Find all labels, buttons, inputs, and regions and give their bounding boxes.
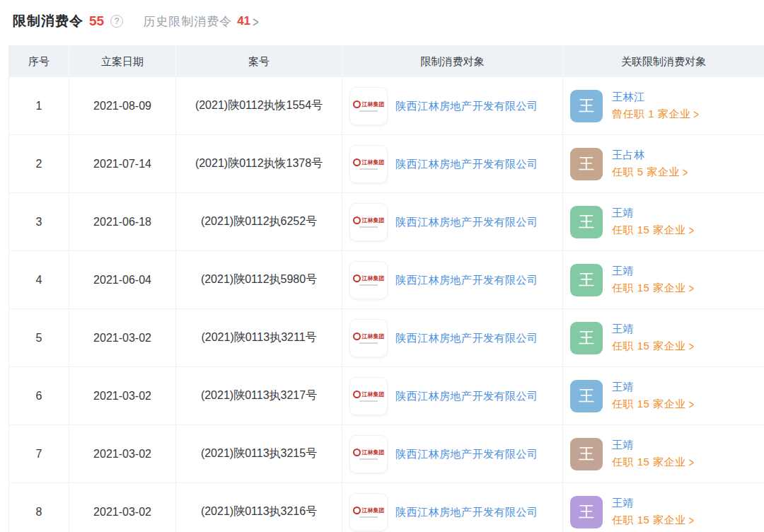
company-name-link[interactable]: 陕西江林房地产开发有限公司 <box>395 444 557 463</box>
restricted-company-cell: 江林集团 陕西江林房地产开发有限公司 <box>342 77 563 134</box>
row-index: 1 <box>9 77 69 134</box>
company-logo[interactable]: 江林集团 <box>349 203 388 241</box>
company-name-link[interactable]: 陕西江林房地产开发有限公司 <box>395 212 557 231</box>
person-name-link[interactable]: 王靖 <box>612 207 695 220</box>
company-logo-subline <box>359 226 378 228</box>
company-logo-emblem-icon <box>353 332 361 340</box>
person-name-link[interactable]: 王靖 <box>612 439 695 452</box>
filing-date: 2021-03-02 <box>69 367 176 424</box>
person-relation-label: 任职 15 家企业 <box>612 282 686 295</box>
person-relation-label: 任职 15 家企业 <box>612 340 686 353</box>
company-logo[interactable]: 江林集团 <box>349 377 388 415</box>
history-count: 41 <box>237 14 250 28</box>
person-relation-link[interactable]: 任职 15 家企业 > <box>612 398 695 411</box>
row-index: 8 <box>9 483 69 532</box>
restricted-company-cell: 江林集团 陕西江林房地产开发有限公司 <box>342 193 563 250</box>
person-name-link[interactable]: 王占林 <box>612 149 688 162</box>
company-name-link[interactable]: 陕西江林房地产开发有限公司 <box>395 154 557 173</box>
restricted-company-cell: 江林集团 陕西江林房地产开发有限公司 <box>342 309 563 366</box>
associated-person-cell: 王 王林江 曾任职 1 家企业 > <box>563 77 764 134</box>
associated-person-cell: 王 王靖 任职 15 家企业 > <box>563 425 764 482</box>
company-name-link[interactable]: 陕西江林房地产开发有限公司 <box>395 386 557 405</box>
person-avatar[interactable]: 王 <box>570 148 603 180</box>
person-relation-link[interactable]: 任职 15 家企业 > <box>612 340 695 353</box>
person-relation-label: 任职 15 家企业 <box>612 456 686 469</box>
restricted-company-cell: 江林集团 陕西江林房地产开发有限公司 <box>342 425 563 482</box>
person-avatar[interactable]: 王 <box>570 264 603 296</box>
associated-person-cell: 王 王靖 任职 15 家企业 > <box>563 251 764 308</box>
restriction-count: 55 <box>89 13 104 29</box>
person-avatar[interactable]: 王 <box>570 438 603 470</box>
table-row: 2 2021-07-14 (2021)陕0112执恢1378号 江林集团 陕西江… <box>9 134 764 192</box>
chevron-right-icon: > <box>689 397 695 411</box>
person-relation-link[interactable]: 任职 5 家企业 > <box>612 166 688 179</box>
company-logo[interactable]: 江林集团 <box>349 435 388 473</box>
chevron-right-icon: > <box>683 165 688 179</box>
case-number: (2021)陕0112执恢1554号 <box>176 77 342 134</box>
chevron-right-icon: > <box>693 107 699 121</box>
person-relation-link[interactable]: 任职 15 家企业 > <box>612 282 695 295</box>
company-logo[interactable]: 江林集团 <box>349 319 388 357</box>
company-logo[interactable]: 江林集团 <box>349 87 388 125</box>
row-index: 2 <box>9 135 69 192</box>
restricted-company-cell: 江林集团 陕西江林房地产开发有限公司 <box>342 367 563 424</box>
company-name-link[interactable]: 陕西江林房地产开发有限公司 <box>395 270 557 289</box>
company-logo-emblem-icon <box>353 216 361 224</box>
person-name-link[interactable]: 王靖 <box>612 265 695 278</box>
company-name-link[interactable]: 陕西江林房地产开发有限公司 <box>395 502 557 521</box>
company-logo-subline <box>359 110 378 112</box>
person-avatar[interactable]: 王 <box>570 496 603 528</box>
person-name-link[interactable]: 王靖 <box>612 381 695 394</box>
company-logo-emblem-icon <box>353 449 361 456</box>
table-row: 4 2021-06-04 (2021)陕0112执5980号 江林集团 陕西江林… <box>9 250 764 308</box>
table-row: 6 2021-03-02 (2021)陕0113执3217号 江林集团 陕西江林… <box>9 366 764 424</box>
person-name-link[interactable]: 王林江 <box>612 91 699 104</box>
company-logo-text: 江林集团 <box>362 216 385 224</box>
associated-person-cell: 王 王靖 任职 15 家企业 > <box>563 309 764 366</box>
col-header-associated-target: 关联限制消费对象 <box>563 46 764 77</box>
person-relation-label: 任职 5 家企业 <box>612 166 680 179</box>
person-avatar[interactable]: 王 <box>570 322 603 354</box>
case-number: (2021)陕0113执3216号 <box>176 483 342 532</box>
filing-date: 2021-08-09 <box>69 77 176 134</box>
associated-person-cell: 王 王靖 任职 15 家企业 > <box>563 367 764 424</box>
person-relation-link[interactable]: 任职 15 家企业 > <box>612 456 695 469</box>
company-logo-subline <box>359 168 378 170</box>
history-restriction-link[interactable]: 历史限制消费令 41 > <box>143 13 259 30</box>
company-logo[interactable]: 江林集团 <box>349 493 388 531</box>
company-logo-emblem-icon <box>353 100 361 108</box>
person-relation-link[interactable]: 曾任职 1 家企业 > <box>612 108 699 121</box>
company-logo-emblem-icon <box>353 391 361 398</box>
col-header-filing-date: 立案日期 <box>69 46 176 77</box>
company-logo-text: 江林集团 <box>362 100 385 108</box>
person-relation-link[interactable]: 任职 15 家企业 > <box>612 514 695 527</box>
chevron-right-icon: > <box>689 513 695 527</box>
company-name-link[interactable]: 陕西江林房地产开发有限公司 <box>395 328 557 347</box>
company-logo[interactable]: 江林集团 <box>349 261 388 299</box>
help-icon[interactable]: ? <box>110 15 123 28</box>
row-index: 7 <box>9 425 69 482</box>
person-avatar[interactable]: 王 <box>570 380 603 412</box>
row-index: 3 <box>9 193 69 250</box>
person-avatar[interactable]: 王 <box>570 90 603 122</box>
company-logo-text: 江林集团 <box>362 507 385 514</box>
case-number: (2021)陕0113执3211号 <box>176 309 342 366</box>
person-avatar[interactable]: 王 <box>570 206 603 238</box>
company-logo-subline <box>359 400 378 402</box>
person-relation-label: 任职 15 家企业 <box>612 398 686 411</box>
company-name-link[interactable]: 陕西江林房地产开发有限公司 <box>395 96 557 115</box>
person-relation-link[interactable]: 任职 15 家企业 > <box>612 224 695 237</box>
person-name-link[interactable]: 王靖 <box>612 497 695 510</box>
associated-person-cell: 王 王靖 任职 15 家企业 > <box>563 483 764 532</box>
chevron-right-icon: > <box>689 339 695 353</box>
company-logo[interactable]: 江林集团 <box>349 145 388 183</box>
row-index: 6 <box>9 367 69 424</box>
person-name-link[interactable]: 王靖 <box>612 323 695 336</box>
company-logo-subline <box>359 342 378 344</box>
company-logo-text: 江林集团 <box>362 391 385 398</box>
case-number: (2021)陕0112执5980号 <box>176 251 342 308</box>
history-link-label: 历史限制消费令 <box>143 13 232 30</box>
filing-date: 2021-06-18 <box>69 193 176 250</box>
filing-date: 2021-03-02 <box>69 483 176 532</box>
table-row: 7 2021-03-02 (2021)陕0113执3215号 江林集团 陕西江林… <box>9 424 764 482</box>
